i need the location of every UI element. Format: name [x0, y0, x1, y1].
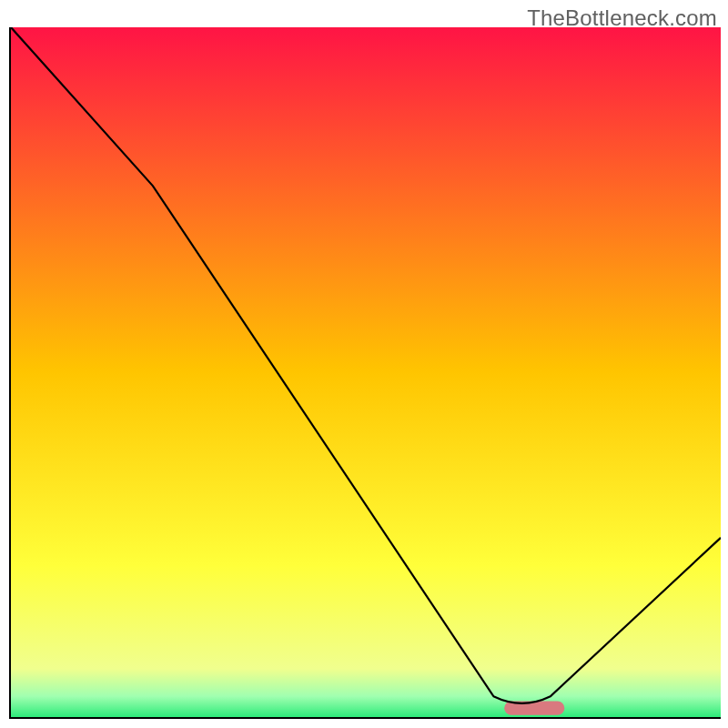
chart-svg — [11, 27, 721, 717]
chart-area — [9, 27, 721, 719]
chart-background — [11, 27, 721, 717]
